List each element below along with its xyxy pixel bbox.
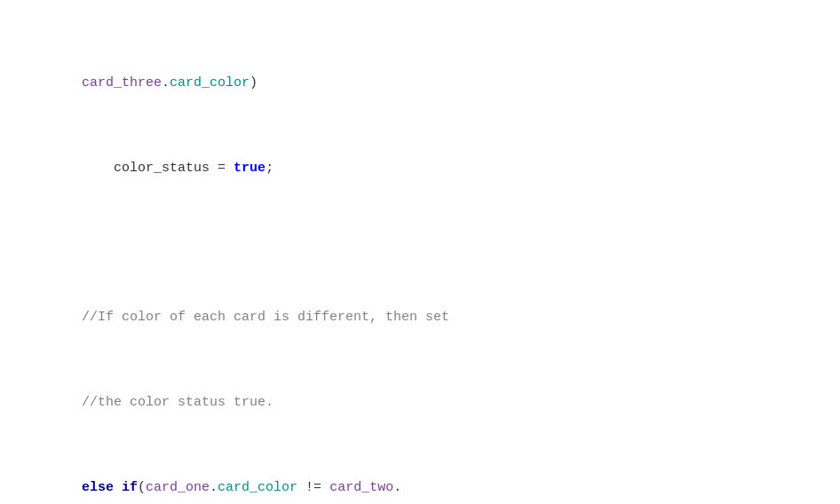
code-container: card_three.card_color) color_status = tr… (0, 0, 840, 504)
line-6: else if(card_one.card_color != card_two. (18, 477, 822, 499)
line-5: //the color status true. (18, 392, 822, 413)
code-block: card_three.card_color) color_status = tr… (18, 9, 822, 504)
line-4: //If color of each card is different, th… (18, 307, 822, 328)
line-1: card_three.card_color) (18, 73, 822, 94)
line-2: color_status = true; (18, 158, 822, 179)
